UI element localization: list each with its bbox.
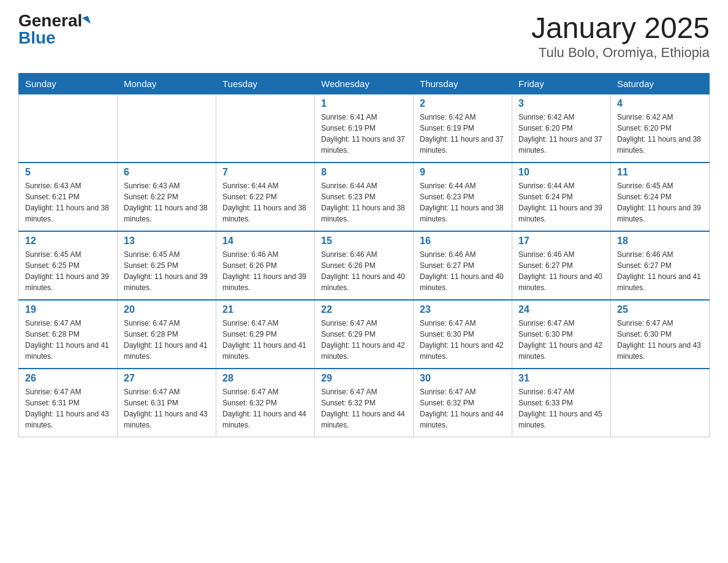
calendar-cell: 7Sunrise: 6:44 AMSunset: 6:22 PMDaylight…: [216, 163, 315, 231]
calendar-cell: 15Sunrise: 6:46 AMSunset: 6:26 PMDayligh…: [315, 231, 414, 300]
day-info: Sunrise: 6:45 AMSunset: 6:24 PMDaylight:…: [617, 180, 703, 224]
day-number: 29: [321, 373, 407, 384]
day-number: 16: [420, 236, 506, 247]
day-info: Sunrise: 6:46 AMSunset: 6:26 PMDaylight:…: [222, 249, 308, 293]
calendar-cell: 29Sunrise: 6:47 AMSunset: 6:32 PMDayligh…: [315, 369, 414, 437]
calendar-table: SundayMondayTuesdayWednesdayThursdayFrid…: [18, 73, 710, 437]
day-info: Sunrise: 6:47 AMSunset: 6:30 PMDaylight:…: [518, 318, 604, 362]
day-info: Sunrise: 6:45 AMSunset: 6:25 PMDaylight:…: [25, 249, 111, 293]
calendar-cell: 18Sunrise: 6:46 AMSunset: 6:27 PMDayligh…: [611, 231, 710, 300]
day-info: Sunrise: 6:47 AMSunset: 6:31 PMDaylight:…: [25, 386, 111, 431]
day-info: Sunrise: 6:47 AMSunset: 6:31 PMDaylight:…: [124, 386, 210, 431]
day-number: 17: [518, 236, 604, 247]
calendar-cell: 14Sunrise: 6:46 AMSunset: 6:26 PMDayligh…: [216, 231, 315, 300]
day-info: Sunrise: 6:47 AMSunset: 6:29 PMDaylight:…: [222, 318, 308, 362]
calendar-header-sunday: Sunday: [19, 73, 118, 94]
calendar-cell: 1Sunrise: 6:41 AMSunset: 6:19 PMDaylight…: [315, 94, 414, 163]
day-number: 24: [518, 304, 604, 315]
calendar-cell: 25Sunrise: 6:47 AMSunset: 6:30 PMDayligh…: [611, 300, 710, 369]
day-info: Sunrise: 6:47 AMSunset: 6:32 PMDaylight:…: [420, 386, 506, 431]
day-number: 26: [25, 373, 111, 384]
day-number: 9: [420, 167, 506, 178]
calendar-cell: 21Sunrise: 6:47 AMSunset: 6:29 PMDayligh…: [216, 300, 315, 369]
day-number: 7: [222, 167, 308, 178]
calendar-cell: [19, 94, 118, 163]
calendar-header-tuesday: Tuesday: [216, 73, 315, 94]
calendar-header-saturday: Saturday: [611, 73, 710, 94]
day-number: 14: [222, 236, 308, 247]
calendar-cell: 26Sunrise: 6:47 AMSunset: 6:31 PMDayligh…: [19, 369, 118, 437]
calendar-cell: 27Sunrise: 6:47 AMSunset: 6:31 PMDayligh…: [118, 369, 216, 437]
day-number: 6: [124, 167, 210, 178]
calendar-cell: 30Sunrise: 6:47 AMSunset: 6:32 PMDayligh…: [414, 369, 512, 437]
day-info: Sunrise: 6:47 AMSunset: 6:32 PMDaylight:…: [321, 386, 407, 431]
calendar-header-wednesday: Wednesday: [315, 73, 414, 94]
calendar-cell: 23Sunrise: 6:47 AMSunset: 6:30 PMDayligh…: [414, 300, 512, 369]
day-number: 21: [222, 304, 308, 315]
day-number: 30: [420, 373, 506, 384]
day-number: 13: [124, 236, 210, 247]
logo-arrow-icon: [82, 16, 91, 26]
day-info: Sunrise: 6:46 AMSunset: 6:26 PMDaylight:…: [321, 249, 407, 293]
calendar-header-row: SundayMondayTuesdayWednesdayThursdayFrid…: [19, 73, 710, 94]
day-number: 4: [617, 98, 703, 109]
day-number: 15: [321, 236, 407, 247]
calendar-cell: [216, 94, 315, 163]
day-number: 8: [321, 167, 407, 178]
calendar-cell: 11Sunrise: 6:45 AMSunset: 6:24 PMDayligh…: [611, 163, 710, 231]
calendar-header-friday: Friday: [512, 73, 611, 94]
page-subtitle: Tulu Bolo, Oromiya, Ethiopia: [531, 45, 710, 61]
day-number: 18: [617, 236, 703, 247]
calendar-cell: 3Sunrise: 6:42 AMSunset: 6:20 PMDaylight…: [512, 94, 611, 163]
calendar-cell: 4Sunrise: 6:42 AMSunset: 6:20 PMDaylight…: [611, 94, 710, 163]
calendar-cell: 10Sunrise: 6:44 AMSunset: 6:24 PMDayligh…: [512, 163, 611, 231]
day-number: 11: [617, 167, 703, 178]
day-number: 5: [25, 167, 111, 178]
calendar-cell: 9Sunrise: 6:44 AMSunset: 6:23 PMDaylight…: [414, 163, 512, 231]
day-info: Sunrise: 6:43 AMSunset: 6:21 PMDaylight:…: [25, 180, 111, 224]
day-info: Sunrise: 6:47 AMSunset: 6:33 PMDaylight:…: [518, 386, 604, 431]
day-number: 31: [518, 373, 604, 384]
day-info: Sunrise: 6:41 AMSunset: 6:19 PMDaylight:…: [321, 112, 407, 156]
calendar-cell: 31Sunrise: 6:47 AMSunset: 6:33 PMDayligh…: [512, 369, 611, 437]
page-header: General Blue January 2025 Tulu Bolo, Oro…: [18, 12, 710, 61]
calendar-week-row: 26Sunrise: 6:47 AMSunset: 6:31 PMDayligh…: [19, 369, 710, 437]
logo-general-text: General: [18, 12, 82, 29]
calendar-cell: 2Sunrise: 6:42 AMSunset: 6:19 PMDaylight…: [414, 94, 512, 163]
day-info: Sunrise: 6:44 AMSunset: 6:23 PMDaylight:…: [420, 180, 506, 224]
calendar-cell: 16Sunrise: 6:46 AMSunset: 6:27 PMDayligh…: [414, 231, 512, 300]
calendar-cell: 13Sunrise: 6:45 AMSunset: 6:25 PMDayligh…: [118, 231, 216, 300]
calendar-week-row: 12Sunrise: 6:45 AMSunset: 6:25 PMDayligh…: [19, 231, 710, 300]
day-info: Sunrise: 6:46 AMSunset: 6:27 PMDaylight:…: [617, 249, 703, 293]
calendar-cell: 20Sunrise: 6:47 AMSunset: 6:28 PMDayligh…: [118, 300, 216, 369]
day-info: Sunrise: 6:44 AMSunset: 6:22 PMDaylight:…: [222, 180, 308, 224]
day-info: Sunrise: 6:46 AMSunset: 6:27 PMDaylight:…: [420, 249, 506, 293]
day-info: Sunrise: 6:43 AMSunset: 6:22 PMDaylight:…: [124, 180, 210, 224]
day-number: 20: [124, 304, 210, 315]
day-number: 27: [124, 373, 210, 384]
day-number: 28: [222, 373, 308, 384]
calendar-cell: 5Sunrise: 6:43 AMSunset: 6:21 PMDaylight…: [19, 163, 118, 231]
logo: General Blue: [18, 12, 89, 47]
day-number: 19: [25, 304, 111, 315]
calendar-cell: 28Sunrise: 6:47 AMSunset: 6:32 PMDayligh…: [216, 369, 315, 437]
logo-blue-text: Blue: [18, 29, 56, 47]
day-info: Sunrise: 6:47 AMSunset: 6:32 PMDaylight:…: [222, 386, 308, 431]
calendar-cell: 17Sunrise: 6:46 AMSunset: 6:27 PMDayligh…: [512, 231, 611, 300]
day-info: Sunrise: 6:42 AMSunset: 6:19 PMDaylight:…: [420, 112, 506, 156]
day-info: Sunrise: 6:44 AMSunset: 6:23 PMDaylight:…: [321, 180, 407, 224]
day-number: 23: [420, 304, 506, 315]
title-block: January 2025 Tulu Bolo, Oromiya, Ethiopi…: [531, 12, 710, 61]
calendar-cell: 6Sunrise: 6:43 AMSunset: 6:22 PMDaylight…: [118, 163, 216, 231]
calendar-cell: 12Sunrise: 6:45 AMSunset: 6:25 PMDayligh…: [19, 231, 118, 300]
day-number: 2: [420, 98, 506, 109]
day-number: 22: [321, 304, 407, 315]
day-number: 12: [25, 236, 111, 247]
calendar-cell: 22Sunrise: 6:47 AMSunset: 6:29 PMDayligh…: [315, 300, 414, 369]
day-number: 25: [617, 304, 703, 315]
calendar-week-row: 19Sunrise: 6:47 AMSunset: 6:28 PMDayligh…: [19, 300, 710, 369]
day-info: Sunrise: 6:47 AMSunset: 6:30 PMDaylight:…: [617, 318, 703, 362]
calendar-cell: [611, 369, 710, 437]
day-number: 1: [321, 98, 407, 109]
day-info: Sunrise: 6:46 AMSunset: 6:27 PMDaylight:…: [518, 249, 604, 293]
